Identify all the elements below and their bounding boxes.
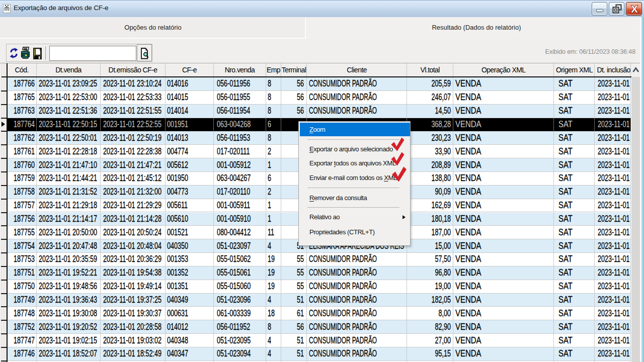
svg-text:X: X [631, 4, 638, 15]
